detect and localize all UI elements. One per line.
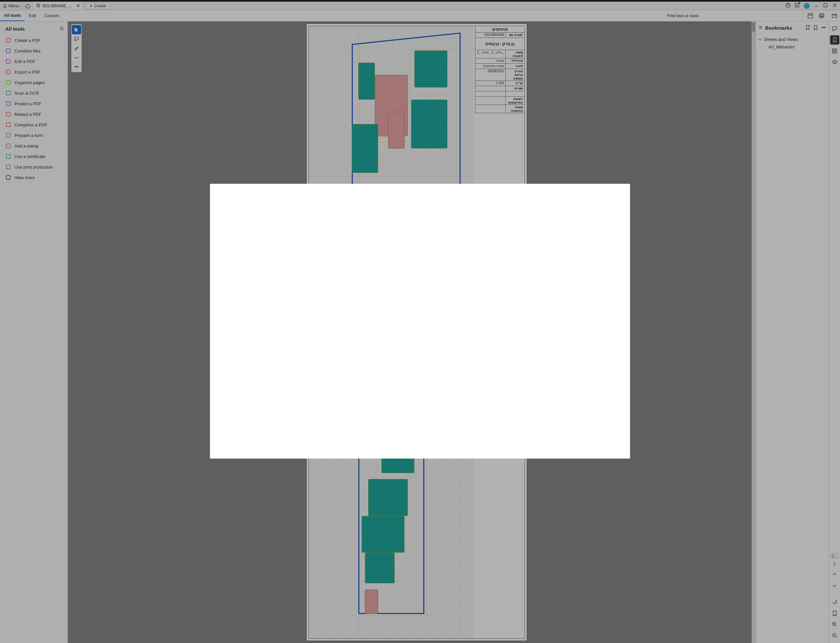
home-icon: [25, 3, 30, 8]
scrollbar-thumb[interactable]: [752, 22, 755, 32]
create-button[interactable]: Create: [85, 3, 110, 9]
maximize-button[interactable]: [823, 3, 828, 9]
bookmarks-title: Bookmarks: [765, 25, 803, 31]
zoom-in-button[interactable]: [830, 620, 839, 629]
tool-item[interactable]: Protect a PDF: [0, 98, 68, 109]
subtab-edit[interactable]: Edit: [25, 10, 40, 21]
tab-close-button[interactable]: [77, 3, 80, 8]
bookmark-leaf-label: A0_Mithamim: [768, 44, 794, 49]
rail-bookmarks-button[interactable]: [830, 35, 839, 44]
svg-point-36: [823, 27, 824, 28]
divider: [804, 13, 804, 18]
minimize-icon: [814, 3, 819, 8]
title-block-row: תסריט: [475, 86, 524, 91]
tool-item[interactable]: Scan & OCR: [0, 88, 68, 98]
title-block-row: 28/09/2020תאריך עריכת הנספח: [475, 69, 524, 81]
tool-icon: [5, 111, 11, 117]
rail-thumbnails-button[interactable]: [830, 47, 839, 56]
tool-label: Scan & OCR: [15, 91, 39, 96]
svg-point-3: [798, 3, 799, 4]
tool-label: Combine files: [15, 49, 41, 54]
highlight-tool[interactable]: [72, 44, 81, 53]
modal-dialog[interactable]: [210, 184, 630, 458]
bookmark-leaf[interactable]: A0_Mithamim: [756, 43, 829, 51]
svg-point-33: [76, 66, 77, 67]
svg-rect-19: [6, 59, 10, 64]
subtab-label: Edit: [29, 13, 36, 18]
page-display-button[interactable]: [830, 609, 839, 618]
tool-icon: [5, 101, 11, 106]
bookmarks-close-button[interactable]: [759, 25, 762, 30]
page-up-button[interactable]: [830, 570, 839, 579]
share-button[interactable]: [829, 10, 840, 21]
tool-item[interactable]: Use a certificate: [0, 151, 68, 162]
title-block-label: תאריך עריכת הנספח: [505, 69, 524, 80]
zoom-out-button[interactable]: [830, 631, 839, 640]
svg-rect-20: [6, 70, 10, 74]
panel-close-button[interactable]: [60, 26, 63, 31]
bookmark-node-root[interactable]: Sheets and Views: [756, 36, 829, 43]
svg-rect-42: [835, 51, 837, 53]
tool-item[interactable]: Use print production: [0, 162, 68, 172]
rotate-button[interactable]: [830, 597, 839, 607]
tool-item[interactable]: Organize pages: [0, 77, 68, 88]
star-icon[interactable]: [36, 3, 41, 8]
tool-item[interactable]: Redact a PDF: [0, 109, 68, 119]
print-icon: [819, 13, 824, 19]
tool-label: Create a PDF: [15, 38, 41, 43]
menu-button[interactable]: Menu: [0, 2, 23, 10]
tool-item[interactable]: Combine files: [0, 46, 68, 56]
tool-item[interactable]: View more: [0, 172, 68, 183]
comment-tool[interactable]: [72, 34, 81, 44]
left-panel-title: All tools: [5, 26, 25, 32]
page-down-button[interactable]: [830, 581, 839, 590]
file-tab[interactable]: 503-0854406_ÄÜçÄ...: [33, 2, 83, 10]
svg-rect-38: [832, 27, 837, 30]
more-icon: [74, 64, 79, 69]
tool-item[interactable]: Compress a PDF: [0, 119, 68, 130]
title-block-value: [475, 105, 505, 113]
minimize-button[interactable]: [814, 3, 819, 9]
select-tool[interactable]: [72, 25, 81, 34]
tool-label: Protect a PDF: [15, 101, 42, 106]
svg-rect-40: [835, 49, 837, 51]
title-block-value: [475, 86, 505, 91]
subtab-all-tools[interactable]: All tools: [0, 10, 25, 21]
svg-point-37: [824, 27, 825, 28]
rail-comments-button[interactable]: [830, 24, 839, 33]
find-label: Find text or tools: [667, 13, 699, 18]
rotate-icon: [832, 599, 838, 605]
rail-layers-button[interactable]: [830, 58, 839, 67]
more-tools[interactable]: [72, 62, 81, 71]
svg-point-32: [75, 66, 75, 67]
tool-icon: [5, 69, 11, 75]
bookmark-button[interactable]: [813, 25, 818, 31]
apps-button[interactable]: [794, 3, 800, 9]
save-button[interactable]: [805, 10, 816, 21]
bookmarks-more-button[interactable]: [821, 25, 826, 31]
find-text-button[interactable]: Find text or tools: [664, 10, 803, 21]
tool-icon: [5, 122, 11, 128]
file-tab-name: 503-0854406_ÄÜçÄ...: [42, 3, 75, 8]
tool-icon: [5, 80, 11, 85]
maximize-icon: [823, 3, 828, 8]
svg-rect-17: [6, 38, 10, 42]
print-button[interactable]: [816, 10, 827, 21]
page-indicator[interactable]: [1...: [830, 553, 839, 558]
vertical-scrollbar[interactable]: [752, 21, 755, 643]
subtab-convert[interactable]: Convert: [40, 10, 63, 21]
sub-tabbar: All tools Edit Convert Find text or tool…: [0, 10, 840, 21]
tool-item[interactable]: Prepare a form: [0, 130, 68, 140]
home-button[interactable]: [23, 2, 33, 10]
tool-item[interactable]: Create a PDF: [0, 35, 68, 46]
draw-tool[interactable]: [72, 53, 81, 62]
page-icon: [832, 610, 838, 616]
tool-item[interactable]: Edit a PDF: [0, 56, 68, 67]
tool-item[interactable]: Export a PDF: [0, 67, 68, 77]
svg-point-7: [795, 7, 796, 7]
add-bookmark-button[interactable]: [805, 25, 810, 31]
svg-rect-26: [6, 133, 10, 137]
tool-item[interactable]: Add a stamp: [0, 140, 68, 151]
window-close-button[interactable]: [832, 3, 837, 9]
account-avatar[interactable]: [804, 3, 810, 9]
